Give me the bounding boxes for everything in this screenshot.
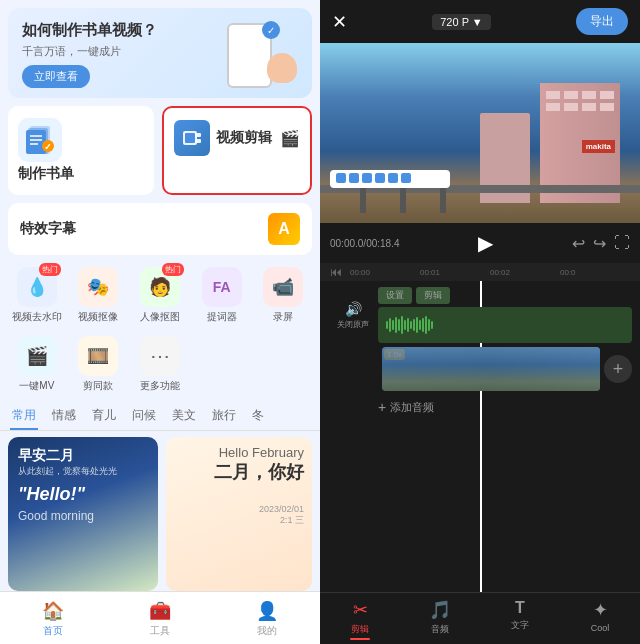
add-audio-button[interactable]: + 添加音频 xyxy=(378,399,434,415)
image-label: 视频抠像 xyxy=(78,310,118,324)
redo-button[interactable]: ↪ xyxy=(593,234,606,253)
tool-more[interactable]: ⋯ 更多功能 xyxy=(131,332,189,397)
toolbar-text[interactable]: T 文字 xyxy=(480,599,560,640)
video-controls: 00:00.0/00:18.4 ▶ ↩ ↪ ⛶ xyxy=(320,223,640,263)
video-edit-icon xyxy=(174,120,210,156)
nav-home-label: 首页 xyxy=(43,624,63,638)
tab-greeting[interactable]: 问候 xyxy=(130,403,158,430)
audio-track xyxy=(378,307,632,343)
tab-beauty[interactable]: 美文 xyxy=(170,403,198,430)
export-button[interactable]: 导出 xyxy=(576,8,628,35)
morning-card[interactable]: 早安二月 从此刻起，觉察每处光光 "Hello!" Good morning xyxy=(8,437,158,591)
profile-icon: 👤 xyxy=(256,600,278,622)
resolution-badge[interactable]: 720 P ▼ xyxy=(432,14,491,30)
template-icon: 🎞️ xyxy=(78,336,118,376)
undo-button[interactable]: ↩ xyxy=(572,234,585,253)
special-effects-icon: A xyxy=(268,213,300,245)
bridge-support-3 xyxy=(440,188,446,213)
edit-badge: 剪辑 xyxy=(416,287,450,304)
audio-toolbar-label: 音频 xyxy=(431,623,449,636)
nav-profile[interactable]: 👤 我的 xyxy=(213,598,320,640)
watermark-icon: 💧 热门 xyxy=(17,267,57,307)
check-badge: ✓ xyxy=(262,21,280,39)
train-windows xyxy=(330,170,450,186)
tool-record[interactable]: 📹 录屏 xyxy=(254,263,312,328)
nav-home[interactable]: 🏠 首页 xyxy=(0,598,107,640)
video-track-row: 1.0x + xyxy=(320,347,640,391)
settings-badge: 设置 xyxy=(378,287,412,304)
svg-rect-11 xyxy=(195,139,201,143)
banner: 如何制作书单视频？ 千言万语，一键成片 立即查看 ✓ xyxy=(8,8,312,98)
video-edit-sub-icon: 🎬 xyxy=(280,129,300,148)
record-label: 录屏 xyxy=(273,310,293,324)
tool-image[interactable]: 🎭 视频抠像 xyxy=(70,263,128,328)
right-panel: ✕ 720 P ▼ 导出 xyxy=(320,0,640,644)
bottom-nav: 🏠 首页 🧰 工具 👤 我的 xyxy=(0,591,320,644)
tool-mv[interactable]: 🎬 一键MV xyxy=(8,332,66,397)
tool-portrait[interactable]: 🧑 热门 人像抠图 xyxy=(131,263,189,328)
ruler-marks: 00:00 00:01 00:02 00:0 xyxy=(350,268,630,277)
tab-travel[interactable]: 旅行 xyxy=(210,403,238,430)
tab-common[interactable]: 常用 xyxy=(10,403,38,430)
left-panel: 如何制作书单视频？ 千言万语，一键成片 立即查看 ✓ ✓ xyxy=(0,0,320,644)
more-icon: ⋯ xyxy=(140,336,180,376)
video-thumb-bg: 1.0x xyxy=(382,347,600,391)
audio-track-content: 设置 剪辑 xyxy=(378,287,632,343)
tool-caption[interactable]: FA 提词器 xyxy=(193,263,251,328)
cut-icon: ✂ xyxy=(353,599,368,621)
nav-profile-label: 我的 xyxy=(257,624,277,638)
special-effects-row[interactable]: 特效字幕 A xyxy=(8,203,312,255)
cut-label: 剪辑 xyxy=(351,623,369,636)
play-button[interactable]: ▶ xyxy=(472,229,500,257)
toolbar-audio[interactable]: 🎵 音频 xyxy=(400,599,480,640)
booklist-label: 制作书单 xyxy=(18,165,74,183)
video-thumbnail[interactable]: 1.0x xyxy=(382,347,600,391)
makita-sign: makita xyxy=(582,140,615,153)
svg-rect-9 xyxy=(185,133,195,143)
video-preview: makita xyxy=(320,43,640,223)
time-display: 00:00.0/00:18.4 xyxy=(330,238,400,249)
cool-icon: ✦ xyxy=(593,599,608,621)
caption-label: 提词器 xyxy=(207,310,237,324)
nav-tools[interactable]: 🧰 工具 xyxy=(107,598,214,640)
special-effects-label: 特效字幕 xyxy=(20,220,76,238)
timeline-area[interactable]: 🔊 关闭原声 设置 剪辑 xyxy=(320,281,640,592)
control-icons: ↩ ↪ ⛶ xyxy=(572,234,630,253)
video-edit-label: 视频剪辑 xyxy=(216,129,272,147)
home-icon: 🏠 xyxy=(42,600,64,622)
close-button[interactable]: ✕ xyxy=(332,11,347,33)
nav-tools-label: 工具 xyxy=(150,624,170,638)
tools-grid: 💧 热门 视频去水印 🎭 视频抠像 🧑 热门 人像抠图 FA 提词器 xyxy=(8,263,312,397)
feb-time: 2:1 三 xyxy=(174,514,304,527)
tool-watermark[interactable]: 💧 热门 视频去水印 xyxy=(8,263,66,328)
feb-hello-title: Hello February xyxy=(174,445,304,460)
toolbar-cool[interactable]: ✦ Cool xyxy=(560,599,640,640)
toolbar-cut[interactable]: ✂ 剪辑 xyxy=(320,599,400,640)
morning-goodmorning: Good morning xyxy=(18,509,148,523)
tab-emotion[interactable]: 情感 xyxy=(50,403,78,430)
svg-rect-10 xyxy=(195,133,201,137)
ruler-mark-1: 00:01 xyxy=(420,268,490,277)
record-icon: 📹 xyxy=(263,267,303,307)
tab-parenting[interactable]: 育儿 xyxy=(90,403,118,430)
caption-icon: FA xyxy=(202,267,242,307)
add-track-button[interactable]: + xyxy=(604,355,632,383)
fullscreen-button[interactable]: ⛶ xyxy=(614,234,630,253)
tool-template[interactable]: 🎞️ 剪同款 xyxy=(70,332,128,397)
add-audio-plus-icon: + xyxy=(378,399,386,415)
audio-mute-text: 关闭原声 xyxy=(337,319,369,330)
hand-illustration xyxy=(267,53,297,83)
bridge-support-2 xyxy=(400,188,406,213)
mv-icon: 🎬 xyxy=(17,336,57,376)
video-edit-card[interactable]: 视频剪辑 🎬 xyxy=(162,106,312,195)
feb-main-text: 二月，你好 xyxy=(174,460,304,484)
banner-button[interactable]: 立即查看 xyxy=(22,65,90,88)
booklist-card[interactable]: ✓ 制作书单 xyxy=(8,106,154,195)
template-label: 剪同款 xyxy=(83,379,113,393)
feb-date: 2023/02/01 xyxy=(174,504,304,514)
feb-card[interactable]: Hello February 二月，你好 2023/02/01 2:1 三 xyxy=(166,437,312,591)
audio-icon: 🔊 xyxy=(345,301,362,317)
tab-winter[interactable]: 冬 xyxy=(250,403,266,430)
video-background: makita xyxy=(320,43,640,223)
morning-hello: "Hello!" xyxy=(18,484,148,505)
